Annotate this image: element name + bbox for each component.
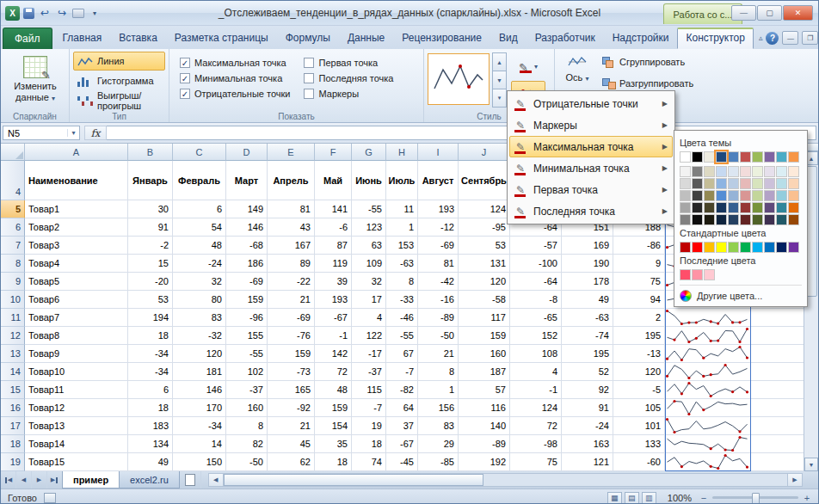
- cell[interactable]: 37: [386, 417, 418, 435]
- cell[interactable]: [751, 381, 805, 399]
- cell[interactable]: -69: [418, 237, 459, 255]
- column-header[interactable]: B: [128, 144, 173, 161]
- cell[interactable]: -50: [226, 453, 268, 471]
- cell[interactable]: -92: [268, 399, 315, 417]
- cell[interactable]: 74: [352, 453, 386, 471]
- menu-item[interactable]: ✎Первая точка▶: [509, 179, 673, 200]
- style-gallery-more-button[interactable]: ▾: [492, 89, 507, 108]
- cell[interactable]: 154: [315, 417, 352, 435]
- cell[interactable]: [751, 327, 805, 345]
- cell[interactable]: -12: [418, 218, 459, 237]
- cell[interactable]: 17: [352, 291, 386, 309]
- undo-button[interactable]: ↩: [38, 6, 52, 20]
- style-scroll-up-button[interactable]: ▲: [492, 52, 507, 71]
- name-box[interactable]: N5 ▾: [3, 126, 80, 140]
- cell[interactable]: 101: [613, 417, 665, 435]
- header-cell[interactable]: Март: [226, 161, 268, 200]
- sparkline-cell[interactable]: [665, 453, 751, 471]
- cell[interactable]: -50: [418, 327, 459, 345]
- cell[interactable]: 192: [459, 453, 510, 471]
- cell[interactable]: 102: [226, 363, 268, 381]
- header-cell[interactable]: Сентябрь: [459, 161, 510, 200]
- color-swatch[interactable]: [692, 214, 703, 225]
- show-checkbox[interactable]: Первая точка: [304, 55, 393, 71]
- cell[interactable]: -85: [418, 453, 459, 471]
- ribbon-tab[interactable]: Файл: [3, 28, 52, 49]
- cell[interactable]: 195: [562, 345, 613, 363]
- color-swatch[interactable]: [752, 151, 763, 163]
- cell[interactable]: -45: [386, 453, 418, 471]
- insert-function-button[interactable]: fx: [84, 126, 107, 140]
- cell[interactable]: [751, 345, 805, 363]
- cell[interactable]: 80: [173, 291, 226, 309]
- cell[interactable]: 75: [613, 273, 665, 291]
- menu-item[interactable]: ✎Маркеры▶: [509, 114, 673, 136]
- cell[interactable]: -69: [268, 309, 315, 327]
- color-swatch[interactable]: [740, 178, 751, 189]
- color-swatch[interactable]: [776, 242, 787, 253]
- color-swatch[interactable]: [716, 202, 727, 213]
- color-swatch[interactable]: [680, 214, 691, 225]
- color-swatch[interactable]: [764, 214, 775, 225]
- color-swatch[interactable]: [692, 178, 703, 189]
- doc-restore-button[interactable]: ❐: [802, 31, 818, 45]
- cell[interactable]: 124: [510, 399, 562, 417]
- column-header[interactable]: C: [173, 144, 226, 161]
- color-swatch[interactable]: [704, 190, 715, 201]
- cell[interactable]: 53: [128, 291, 173, 309]
- color-swatch[interactable]: [728, 151, 739, 163]
- ribbon-tab[interactable]: Разработчик: [526, 27, 604, 49]
- cell[interactable]: 49: [128, 453, 173, 471]
- cell[interactable]: -86: [613, 237, 665, 255]
- cell[interactable]: 121: [562, 453, 613, 471]
- doc-minimize-button[interactable]: —: [782, 31, 798, 45]
- cell[interactable]: -32: [173, 327, 226, 345]
- type-line-button[interactable]: Линия: [73, 52, 165, 71]
- cell[interactable]: 117: [459, 309, 510, 327]
- sheet-tab[interactable]: пример: [62, 471, 120, 489]
- cell[interactable]: -16: [418, 291, 459, 309]
- cell[interactable]: 131: [459, 255, 510, 273]
- color-swatch[interactable]: [776, 202, 787, 213]
- cell[interactable]: 9: [613, 255, 665, 273]
- sheet-tab[interactable]: excel2.ru: [119, 471, 180, 489]
- color-swatch[interactable]: [704, 178, 715, 189]
- row-header[interactable]: 4: [1, 161, 25, 200]
- color-swatch[interactable]: [728, 242, 739, 253]
- header-cell[interactable]: Февраль: [173, 161, 226, 200]
- maximize-button[interactable]: ▢: [757, 5, 782, 21]
- cell[interactable]: 165: [268, 381, 315, 399]
- cell[interactable]: Товар4: [25, 255, 128, 273]
- cell[interactable]: 146: [173, 381, 226, 399]
- cell[interactable]: Товар6: [25, 291, 128, 309]
- cell[interactable]: -60: [613, 453, 665, 471]
- row-header[interactable]: 10: [1, 291, 25, 309]
- color-swatch[interactable]: [728, 202, 739, 213]
- color-swatch[interactable]: [788, 190, 799, 201]
- cell[interactable]: 116: [459, 399, 510, 417]
- color-swatch[interactable]: [692, 202, 703, 213]
- color-swatch[interactable]: [704, 214, 715, 225]
- cell[interactable]: Товар10: [25, 363, 128, 381]
- show-checkbox[interactable]: Последняя точка: [304, 71, 393, 86]
- cell[interactable]: 115: [352, 381, 386, 399]
- style-scroll-down-button[interactable]: ▼: [492, 71, 507, 89]
- cell[interactable]: -37: [226, 381, 268, 399]
- color-swatch[interactable]: [740, 214, 751, 225]
- view-layout-button[interactable]: ▤: [625, 492, 639, 504]
- cell[interactable]: Товар12: [25, 399, 128, 417]
- cell[interactable]: 14: [173, 435, 226, 453]
- cell[interactable]: 75: [510, 453, 562, 471]
- cell[interactable]: -20: [128, 273, 173, 291]
- ungroup-button[interactable]: Разгруппировать: [600, 75, 696, 92]
- zoom-level[interactable]: 100%: [668, 493, 692, 503]
- cell[interactable]: 109: [352, 255, 386, 273]
- color-swatch[interactable]: [692, 269, 703, 280]
- show-checkbox[interactable]: ✓Отрицательные точки: [180, 86, 290, 101]
- cell[interactable]: 18: [128, 327, 173, 345]
- last-sheet-button[interactable]: ▶: [47, 471, 63, 489]
- color-swatch[interactable]: [764, 190, 775, 201]
- cell[interactable]: Товар5: [25, 273, 128, 291]
- cell[interactable]: 8: [226, 417, 268, 435]
- name-box-dropdown-icon[interactable]: ▾: [67, 129, 79, 137]
